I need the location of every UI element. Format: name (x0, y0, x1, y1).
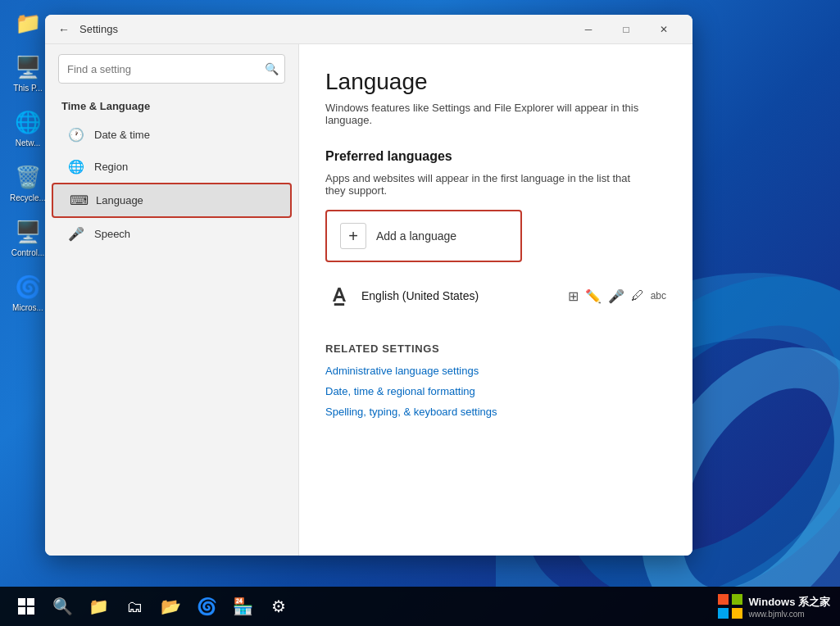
back-button[interactable]: ← (55, 20, 73, 39)
sidebar-item-label-language: Language (96, 194, 143, 206)
region-icon: 🌐 (68, 159, 84, 175)
close-button[interactable]: ✕ (645, 15, 683, 44)
title-bar-left: ← Settings (55, 20, 118, 39)
language-entry-name: English (United States) (361, 289, 479, 302)
taskbar-search-button[interactable]: 🔍 (46, 590, 79, 623)
svg-rect-5 (18, 607, 25, 615)
minimize-button[interactable]: ─ (570, 15, 607, 44)
sidebar-item-language[interactable]: ⌨ Language (52, 183, 292, 218)
taskbar-brand: Windows 系之家 www.bjmlv.com (717, 593, 830, 619)
feature-icon-handwriting: ✏️ (585, 288, 602, 304)
taskbar-edge-button[interactable]: 🌀 (190, 590, 223, 623)
taskbar-files-button[interactable]: 📂 (154, 590, 187, 623)
sidebar-item-region[interactable]: 🌐 Region (52, 151, 292, 183)
svg-rect-9 (718, 608, 729, 619)
related-link-datetime[interactable]: Date, time & regional formatting (325, 385, 666, 397)
search-icon[interactable]: 🔍 (265, 62, 279, 75)
sidebar-item-speech[interactable]: 🎤 Speech (52, 218, 292, 250)
language-icon: ⌨ (70, 193, 86, 208)
svg-rect-6 (27, 607, 34, 615)
desktop-icons-container: 📁 🖥️ This P... 🌐 Netw... 🗑️ Recycle... 🖥… (7, 8, 49, 312)
page-title: Language (325, 69, 666, 95)
brand-windows: Windows 系之家 (748, 595, 830, 610)
brand-url: www.bjmlv.com (748, 610, 830, 619)
date-time-icon: 🕐 (68, 127, 84, 143)
sidebar-item-label-speech: Speech (94, 228, 130, 240)
preferred-languages-heading: Preferred languages (325, 149, 666, 164)
desktop-icon-folder[interactable]: 📁 (7, 8, 49, 38)
window-body: 🔍 Time & Language 🕐 Date & time 🌐 Region… (45, 44, 692, 556)
taskbar: 🔍 📁 🗂 📂 🌀 🏪 ⚙ Windows 系之家 www.bjmlv.com (0, 587, 840, 626)
desktop-icon-control[interactable]: 🖥️ Control... (7, 217, 49, 257)
desktop-icon-edge[interactable]: 🌀 Micros... (7, 272, 49, 312)
feature-icon-ocr: 🖊 (631, 288, 644, 303)
related-settings-title: Related settings (325, 342, 666, 355)
add-language-button[interactable]: + Add a language (325, 210, 522, 262)
add-icon: + (340, 223, 366, 249)
sidebar-item-date-time[interactable]: 🕐 Date & time (52, 119, 292, 151)
window-controls: ─ □ ✕ (570, 15, 683, 44)
page-description: Windows features like Settings and File … (325, 102, 653, 126)
language-entry-left: A̲ English (United States) (325, 285, 479, 306)
desktop: 📁 🖥️ This P... 🌐 Netw... 🗑️ Recycle... 🖥… (0, 0, 840, 626)
taskbar-right: Windows 系之家 www.bjmlv.com (717, 593, 830, 619)
sidebar-item-label-region: Region (94, 161, 128, 173)
related-link-admin[interactable]: Administrative language settings (325, 365, 666, 377)
desktop-icon-network[interactable]: 🌐 Netw... (7, 107, 49, 147)
search-input[interactable] (58, 54, 285, 84)
sidebar: 🔍 Time & Language 🕐 Date & time 🌐 Region… (45, 44, 299, 556)
language-entry: A̲ English (United States) ⊞ ✏️ 🎤 🖊 abc (325, 275, 666, 316)
taskbar-store-button[interactable]: 🏪 (226, 590, 259, 623)
desktop-icon-recycle[interactable]: 🗑️ Recycle... (7, 162, 49, 202)
title-bar: ← Settings ─ □ ✕ (45, 15, 692, 44)
svg-rect-8 (732, 594, 742, 605)
svg-rect-3 (18, 598, 25, 606)
window-title: Settings (79, 23, 118, 35)
taskbar-windows-button[interactable] (10, 590, 43, 623)
taskbar-taskview-button[interactable]: 🗂 (118, 590, 151, 623)
section-label: Time & Language (45, 97, 298, 119)
language-entry-icon: A̲ (325, 285, 352, 306)
search-box: 🔍 (58, 54, 285, 84)
feature-icon-spell: abc (651, 290, 666, 302)
maximize-button[interactable]: □ (607, 15, 645, 44)
feature-icon-windows: ⊞ (568, 288, 579, 304)
sidebar-item-label-date-time: Date & time (94, 129, 150, 141)
settings-window: ← Settings ─ □ ✕ 🔍 Time & Language 🕐 (45, 15, 692, 556)
preferred-languages-description: Apps and websites will appear in the fir… (325, 172, 653, 197)
language-features: ⊞ ✏️ 🎤 🖊 abc (568, 288, 666, 304)
speech-icon: 🎤 (68, 226, 84, 242)
feature-icon-speech: 🎤 (608, 288, 624, 304)
taskbar-explorer-button[interactable]: 📁 (82, 590, 115, 623)
svg-rect-7 (718, 594, 729, 605)
taskbar-left: 🔍 📁 🗂 📂 🌀 🏪 ⚙ (10, 590, 295, 623)
taskbar-settings-button[interactable]: ⚙ (262, 590, 295, 623)
related-link-spelling[interactable]: Spelling, typing, & keyboard settings (325, 406, 666, 418)
add-language-label: Add a language (376, 229, 456, 243)
main-content: Language Windows features like Settings … (299, 44, 692, 556)
desktop-icon-this-pc[interactable]: 🖥️ This P... (7, 52, 49, 93)
svg-rect-10 (732, 608, 742, 619)
svg-rect-4 (27, 598, 34, 606)
